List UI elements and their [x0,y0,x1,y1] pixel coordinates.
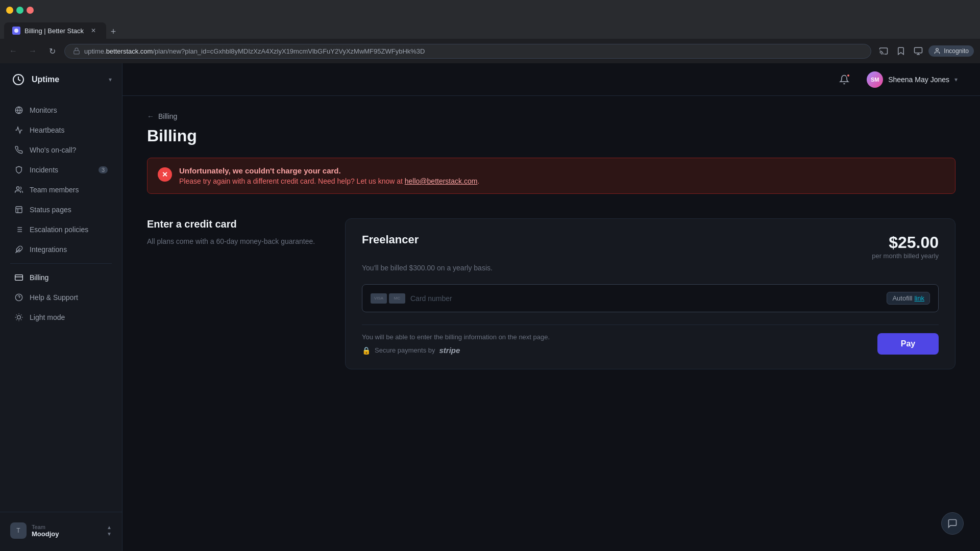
sidebar-item-status-pages[interactable]: Status pages [4,200,118,219]
team-name: Moodjoy [32,530,102,538]
bookmark-button[interactable] [894,44,908,58]
escalation-icon [14,225,23,234]
heartbeat-icon [14,126,23,135]
chat-icon [947,518,958,529]
logo-icon [10,71,27,88]
logo-chevron-icon: ▾ [109,76,112,83]
profile-button[interactable] [911,44,925,58]
new-tab-button[interactable]: + [106,24,120,39]
app-container: Uptime ▾ Monitors Heartbeats [0,63,980,551]
stripe-brand: stripe [439,346,460,355]
address-bar-row: ← → ↻ uptime.betterstack.com/plan/new?pl… [0,39,980,63]
tab-close-button[interactable]: ✕ [89,26,98,35]
error-email-link[interactable]: hello@betterstack.com [405,177,478,185]
chat-widget[interactable] [941,512,964,535]
forward-button[interactable]: → [26,44,40,58]
browser-chrome: Billing | Better Stack ✕ + ← → ↻ uptime.… [0,0,980,63]
error-content: Unfortunately, we couldn't charge your c… [179,166,479,185]
header-actions: SM Sheena May Jones ▾ [836,68,964,91]
team-section[interactable]: T Team Moodjoy ▲ ▼ [0,516,122,545]
svg-rect-21 [15,275,23,281]
plan-name: Freelancer [362,233,419,246]
sidebar-divider [10,263,112,264]
svg-point-9 [16,187,19,189]
layout-icon [14,205,23,214]
main-content: SM Sheena May Jones ▾ ← Billing Billing … [122,63,980,551]
team-info: Team Moodjoy [32,524,102,538]
error-message: Please try again with a different credit… [179,177,479,185]
page-body: ← Billing Billing ✕ Unfortunately, we co… [122,96,980,551]
sidebar-item-integrations[interactable]: Integrations [4,240,118,259]
sidebar-item-incidents[interactable]: Incidents 3 [4,160,118,180]
sidebar-label-monitors: Monitors [30,106,57,114]
svg-rect-3 [915,47,922,53]
user-menu[interactable]: SM Sheena May Jones ▾ [861,68,964,91]
back-button[interactable]: ← [6,44,20,58]
sidebar-logo[interactable]: Uptime ▾ [0,63,122,96]
pay-button[interactable]: Pay [877,333,939,355]
plan-period: per month billed yearly [872,252,939,260]
user-avatar: SM [867,71,883,88]
lock-icon: 🔒 [362,346,371,355]
incidents-badge: 3 [99,166,108,173]
refresh-button[interactable]: ↻ [45,44,59,58]
svg-rect-1 [74,51,80,54]
visa-card-icon: VISA [371,293,387,304]
sidebar-item-light-mode[interactable]: Light mode [4,308,118,327]
breadcrumb: ← Billing [147,112,955,120]
tab-title: Billing | Better Stack [24,27,84,35]
monitor-icon [14,106,23,115]
page-title: Billing [147,127,955,145]
incognito-badge: Incognito [928,45,974,57]
autofill-link[interactable]: link [914,294,924,302]
sidebar: Uptime ▾ Monitors Heartbeats [0,63,122,551]
puzzle-icon [14,245,23,254]
logo-text: Uptime [32,75,59,84]
browser-tab-active[interactable]: Billing | Better Stack ✕ [4,22,106,39]
billing-icon [14,273,23,282]
sidebar-item-monitors[interactable]: Monitors [4,101,118,120]
sidebar-nav: Monitors Heartbeats Who's on-call? [0,96,122,512]
tab-bar: Billing | Better Stack ✕ + [0,20,980,39]
tab-favicon [12,27,20,35]
back-chevron-icon: ← [147,112,154,120]
shield-icon [14,165,23,174]
billing-section-title: Enter a credit card [147,218,321,230]
card-number-input[interactable]: Card number [410,294,881,303]
address-bar[interactable]: uptime.betterstack.com/plan/new?plan_id=… [64,44,871,59]
svg-point-0 [14,29,18,33]
url-text: uptime.betterstack.com/plan/new?plan_id=… [84,47,425,55]
sidebar-item-escalation-policies[interactable]: Escalation policies [4,220,118,239]
user-name: Sheena May Jones [888,76,949,84]
svg-point-6 [936,48,939,51]
minimize-button[interactable] [6,7,13,14]
incognito-label: Incognito [944,47,969,55]
svg-point-25 [17,316,21,319]
sidebar-item-heartbeats[interactable]: Heartbeats [4,120,118,140]
maximize-button[interactable] [16,7,23,14]
sidebar-label-whos-on-call: Who's on-call? [30,146,76,154]
stripe-info: 🔒 Secure payments by stripe [362,346,877,355]
phone-icon [14,145,23,155]
notification-dot [846,73,850,78]
notification-button[interactable] [836,71,852,88]
plan-billing-note: You'll be billed $300.00 on a yearly bas… [362,264,939,272]
sidebar-item-whos-on-call[interactable]: Who's on-call? [4,140,118,160]
autofill-button[interactable]: Autofill link [887,292,930,305]
sidebar-item-billing[interactable]: Billing [4,268,118,287]
breadcrumb-link[interactable]: Billing [158,112,177,120]
svg-line-28 [16,315,17,315]
sidebar-label-status-pages: Status pages [30,206,71,214]
sidebar-label-incidents: Incidents [30,166,58,174]
card-input-wrapper[interactable]: VISA MC Card number Autofill link [362,284,939,312]
sidebar-item-help-support[interactable]: Help & Support [4,288,118,307]
plan-header: Freelancer $25.00 per month billed yearl… [362,233,939,260]
sidebar-item-team-members[interactable]: Team members [4,180,118,199]
svg-line-29 [21,319,21,320]
team-label: Team [32,524,102,530]
close-button[interactable] [27,7,34,14]
sidebar-label-integrations: Integrations [30,245,67,254]
error-banner: ✕ Unfortunately, we couldn't charge your… [147,158,955,194]
plan-card: Freelancer $25.00 per month billed yearl… [345,218,955,369]
cast-button[interactable] [876,44,891,58]
